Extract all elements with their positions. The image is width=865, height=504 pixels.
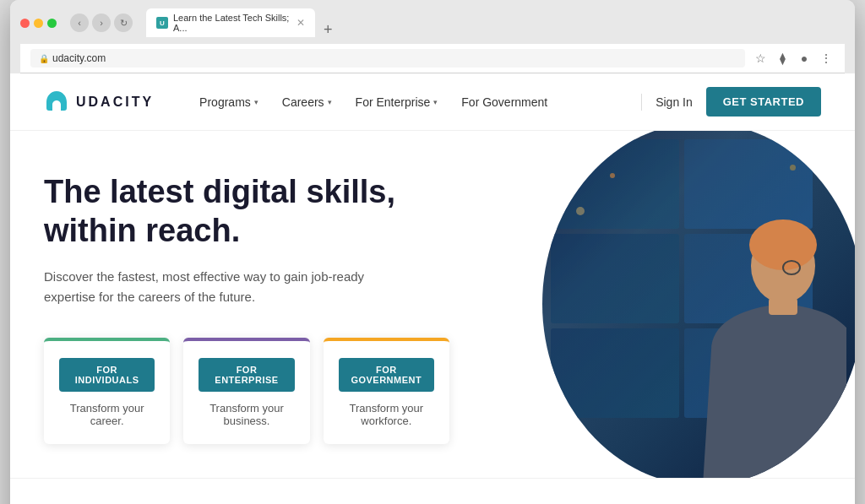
toolbar-icons: ☆ ⧫ ● ⋮: [752, 50, 835, 67]
svg-rect-3: [769, 298, 797, 315]
site-nav: UDACITY Programs ▾ Careers ▾ For Enterpr…: [10, 73, 855, 131]
card-enterprise[interactable]: FOR ENTERPRISE Transform your business.: [183, 338, 309, 444]
bokeh-4: [790, 165, 796, 171]
cards-row: FOR INDIVIDUALS Transform your career. F…: [44, 338, 449, 444]
individuals-desc: Transform your career.: [59, 402, 155, 427]
extension-icon[interactable]: ⧫: [774, 50, 791, 67]
get-started-button[interactable]: GET STARTED: [706, 87, 821, 117]
star-icon[interactable]: ☆: [752, 50, 769, 67]
close-button[interactable]: [20, 19, 30, 28]
bokeh-1: [559, 148, 566, 154]
udacity-logo-icon: [44, 89, 69, 115]
tab-close-icon[interactable]: ✕: [296, 17, 305, 29]
hero-content: The latest digital skills, within reach.…: [10, 131, 483, 478]
nav-programs[interactable]: Programs ▾: [188, 92, 270, 112]
enterprise-chevron: ▾: [433, 98, 438, 106]
bokeh-3: [576, 207, 585, 215]
government-desc: Transform your workforce.: [339, 402, 434, 427]
tab-title: Learn the Latest Tech Skills; A...: [173, 13, 291, 33]
address-bar-row: 🔒 udacity.com ☆ ⧫ ● ⋮: [20, 44, 845, 73]
programs-chevron: ▾: [254, 98, 258, 106]
logo[interactable]: UDACITY: [44, 89, 154, 115]
back-button[interactable]: ‹: [70, 14, 89, 32]
nav-links: Programs ▾ Careers ▾ For Enterprise ▾ Fo…: [188, 92, 628, 112]
bottom-section: Explore our schools to find your perfect…: [10, 478, 855, 504]
sign-in-button[interactable]: Sign In: [656, 95, 693, 109]
nav-divider: [641, 94, 642, 111]
nav-enterprise[interactable]: For Enterprise ▾: [344, 92, 450, 112]
traffic-lights: [20, 19, 57, 28]
hero-image-inner: [542, 131, 855, 478]
bokeh-2: [610, 173, 615, 178]
hero-image: [542, 131, 855, 478]
browser-chrome: ‹ › ↻ U Learn the Latest Tech Skills; A.…: [10, 0, 855, 73]
minimize-button[interactable]: [34, 19, 43, 28]
website-content: UDACITY Programs ▾ Careers ▾ For Enterpr…: [10, 73, 855, 504]
careers-chevron: ▾: [328, 98, 332, 106]
nav-government[interactable]: For Government: [449, 92, 559, 112]
profile-icon[interactable]: ●: [796, 50, 813, 67]
forward-button[interactable]: ›: [92, 14, 111, 32]
hero-subtitle: Discover the fastest, most effective way…: [44, 267, 365, 307]
address-bar[interactable]: 🔒 udacity.com: [30, 49, 745, 68]
individuals-button[interactable]: FOR INDIVIDUALS: [59, 358, 155, 392]
card-government[interactable]: FOR GOVERNMENT Transform your workforce.: [324, 338, 449, 444]
nav-actions: Sign In GET STARTED: [656, 87, 821, 117]
svg-point-1: [749, 219, 817, 270]
new-tab-button[interactable]: +: [318, 22, 338, 37]
active-tab[interactable]: U Learn the Latest Tech Skills; A... ✕: [146, 8, 315, 37]
menu-icon[interactable]: ⋮: [818, 50, 835, 67]
hero-section: The latest digital skills, within reach.…: [10, 131, 855, 478]
nav-careers[interactable]: Careers ▾: [270, 92, 344, 112]
maximize-button[interactable]: [47, 19, 57, 28]
government-button[interactable]: FOR GOVERNMENT: [339, 358, 434, 392]
browser-controls: ‹ › ↻ U Learn the Latest Tech Skills; A.…: [20, 8, 845, 37]
tab-favicon: U: [156, 17, 168, 29]
browser-window: ‹ › ↻ U Learn the Latest Tech Skills; A.…: [10, 0, 855, 504]
card-individuals[interactable]: FOR INDIVIDUALS Transform your career.: [44, 338, 170, 444]
nav-buttons: ‹ › ↻: [70, 14, 133, 32]
enterprise-button[interactable]: FOR ENTERPRISE: [199, 358, 294, 392]
lock-icon: 🔒: [39, 54, 49, 63]
url-text: udacity.com: [52, 52, 106, 64]
logo-text: UDACITY: [76, 95, 154, 110]
refresh-button[interactable]: ↻: [114, 14, 133, 32]
tab-bar: U Learn the Latest Tech Skills; A... ✕ +: [146, 8, 845, 37]
person-silhouette: [661, 198, 846, 478]
enterprise-desc: Transform your business.: [199, 402, 294, 427]
hero-title: The latest digital skills, within reach.: [44, 173, 449, 250]
